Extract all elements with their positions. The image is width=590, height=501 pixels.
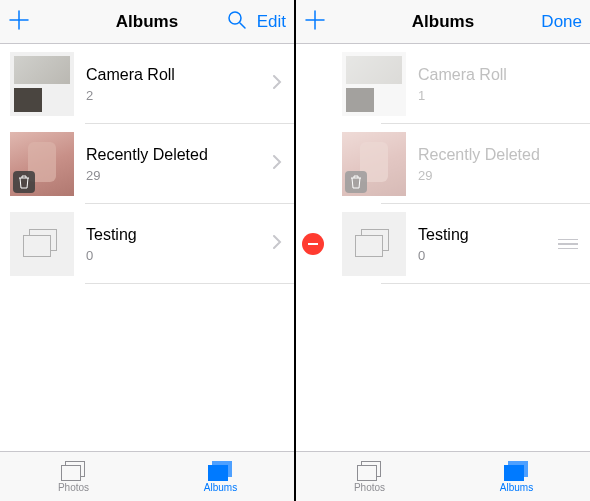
album-body: Camera Roll 2 xyxy=(86,66,273,103)
tabbar: Photos Albums xyxy=(0,451,294,501)
album-row-camera-roll[interactable]: Camera Roll 2 xyxy=(0,44,294,124)
right-pane: Albums Done Camera Roll 1 Recently Delet… xyxy=(296,0,590,501)
album-body: Recently Deleted 29 xyxy=(418,146,590,183)
delete-button[interactable] xyxy=(302,233,324,255)
left-pane: Albums Edit Camera Roll 2 Recently Delet xyxy=(0,0,294,501)
trash-icon xyxy=(345,171,367,193)
album-body: Camera Roll 1 xyxy=(418,66,590,103)
album-title: Recently Deleted xyxy=(418,146,590,164)
album-row-testing[interactable]: Testing 0 xyxy=(0,204,294,284)
album-count: 2 xyxy=(86,88,273,103)
album-thumbnail xyxy=(342,132,406,196)
plus-icon xyxy=(8,9,30,31)
chevron-right-icon xyxy=(273,235,282,253)
album-row-testing[interactable]: Testing 0 xyxy=(296,204,590,284)
edit-button[interactable]: Edit xyxy=(257,12,286,32)
tab-label: Albums xyxy=(500,482,533,493)
album-body: Testing 0 xyxy=(86,226,273,263)
tab-label: Albums xyxy=(204,482,237,493)
album-thumbnail xyxy=(10,212,74,276)
tab-label: Photos xyxy=(58,482,89,493)
album-title: Testing xyxy=(86,226,273,244)
album-count: 1 xyxy=(418,88,590,103)
album-count: 0 xyxy=(418,248,558,263)
navbar: Albums Done xyxy=(296,0,590,44)
album-count: 0 xyxy=(86,248,273,263)
photos-icon xyxy=(61,461,87,481)
tab-photos[interactable]: Photos xyxy=(296,452,443,501)
chevron-right-icon xyxy=(273,155,282,173)
done-button[interactable]: Done xyxy=(541,12,582,32)
albums-icon xyxy=(208,461,234,481)
photos-icon xyxy=(357,461,383,481)
nav-right: Edit xyxy=(216,10,286,34)
empty-album-icon xyxy=(23,229,61,259)
album-row-recently-deleted[interactable]: Recently Deleted 29 xyxy=(0,124,294,204)
album-title: Recently Deleted xyxy=(86,146,273,164)
chevron-right-icon xyxy=(273,75,282,93)
nav-left xyxy=(8,9,78,35)
album-list: Camera Roll 1 Recently Deleted 29 T xyxy=(296,44,590,451)
navbar: Albums Edit xyxy=(0,0,294,44)
tab-albums[interactable]: Albums xyxy=(147,452,294,501)
album-body: Testing 0 xyxy=(418,226,558,263)
trash-icon xyxy=(13,171,35,193)
tabbar: Photos Albums xyxy=(296,451,590,501)
albums-icon xyxy=(504,461,530,481)
album-thumbnail xyxy=(342,52,406,116)
album-list: Camera Roll 2 Recently Deleted 29 T xyxy=(0,44,294,451)
album-count: 29 xyxy=(418,168,590,183)
reorder-handle[interactable] xyxy=(558,239,578,250)
add-button[interactable] xyxy=(304,9,326,35)
album-count: 29 xyxy=(86,168,273,183)
album-title: Camera Roll xyxy=(418,66,590,84)
empty-album-icon xyxy=(355,229,393,259)
nav-left xyxy=(304,9,374,35)
tab-label: Photos xyxy=(354,482,385,493)
plus-icon xyxy=(304,9,326,31)
tab-albums[interactable]: Albums xyxy=(443,452,590,501)
navbar-title: Albums xyxy=(412,12,474,32)
album-thumbnail xyxy=(10,52,74,116)
album-title: Testing xyxy=(418,226,558,244)
svg-point-0 xyxy=(229,12,241,24)
album-thumbnail xyxy=(342,212,406,276)
search-icon xyxy=(227,10,247,30)
album-row-recently-deleted: Recently Deleted 29 xyxy=(296,124,590,204)
album-thumbnail xyxy=(10,132,74,196)
album-body: Recently Deleted 29 xyxy=(86,146,273,183)
tab-photos[interactable]: Photos xyxy=(0,452,147,501)
nav-right: Done xyxy=(512,12,582,32)
navbar-title: Albums xyxy=(116,12,178,32)
album-row-camera-roll: Camera Roll 1 xyxy=(296,44,590,124)
album-title: Camera Roll xyxy=(86,66,273,84)
search-button[interactable] xyxy=(227,10,247,34)
add-button[interactable] xyxy=(8,9,30,35)
